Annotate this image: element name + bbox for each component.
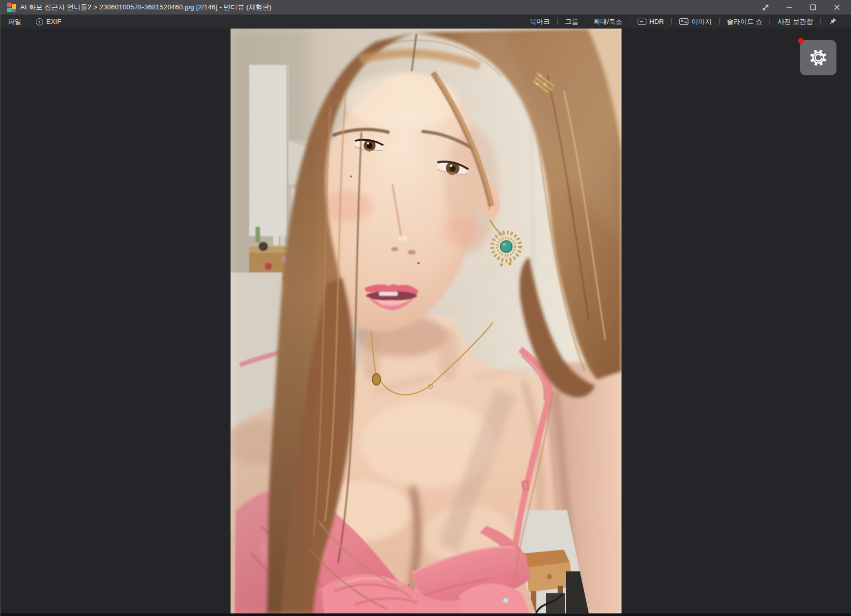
menu-image-label: 이미지	[692, 17, 712, 26]
window-title: AI 화보 집근처 언니들2 > 23060100578-3681520460.…	[20, 3, 272, 12]
minimize-icon	[786, 4, 792, 10]
menu-bar: 파일 i EXIF 북마크 그룹 확대/축소 HDR	[1, 15, 851, 29]
menu-slideshow[interactable]: 슬라이드 쇼	[720, 15, 770, 29]
menu-exif-label: EXIF	[46, 18, 61, 25]
bandiview-logo-icon	[7, 3, 17, 12]
viewer-canvas	[1, 29, 851, 616]
hdr-frame-icon	[638, 19, 646, 25]
close-icon	[834, 4, 840, 10]
minimize-button[interactable]	[777, 0, 801, 15]
menu-bookmark-label: 북마크	[530, 17, 550, 26]
menu-zoom-label: 확대/축소	[593, 17, 623, 26]
menu-file[interactable]: 파일	[1, 15, 29, 29]
update-badge	[798, 38, 804, 44]
menu-hdr-label: HDR	[650, 18, 664, 25]
menu-image[interactable]: 이미지	[672, 15, 719, 29]
close-button[interactable]	[825, 0, 849, 15]
fullscreen-icon	[762, 4, 769, 11]
info-circle-icon: i	[36, 18, 43, 25]
menu-zoom[interactable]: 확대/축소	[586, 15, 630, 29]
menu-group-label: 그룹	[565, 17, 578, 26]
pin-icon	[828, 18, 836, 26]
settings-button[interactable]	[800, 40, 836, 75]
menu-bookmark[interactable]: 북마크	[522, 15, 557, 29]
menu-photo-archive-label: 사진 보관함	[777, 17, 813, 26]
gear-update-icon	[809, 48, 828, 67]
menu-exif[interactable]: i EXIF	[29, 15, 69, 29]
menu-file-label: 파일	[8, 17, 21, 26]
menu-photo-archive[interactable]: 사진 보관함	[770, 15, 820, 29]
maximize-button[interactable]	[801, 0, 825, 15]
maximize-icon	[810, 4, 816, 10]
title-bar[interactable]: AI 화보 집근처 언니들2 > 23060100578-3681520460.…	[1, 0, 851, 15]
menu-hdr[interactable]: HDR	[630, 15, 671, 29]
photo-image[interactable]	[231, 29, 622, 613]
fullscreen-button[interactable]	[753, 0, 777, 15]
fit-image-icon	[679, 18, 688, 25]
menu-group[interactable]: 그룹	[558, 15, 586, 29]
window-bottom-edge	[1, 613, 851, 616]
menu-slideshow-label: 슬라이드 쇼	[727, 17, 763, 26]
pin-button[interactable]	[821, 15, 844, 29]
bandiview-window: AI 화보 집근처 언니들2 > 23060100578-3681520460.…	[0, 0, 851, 616]
